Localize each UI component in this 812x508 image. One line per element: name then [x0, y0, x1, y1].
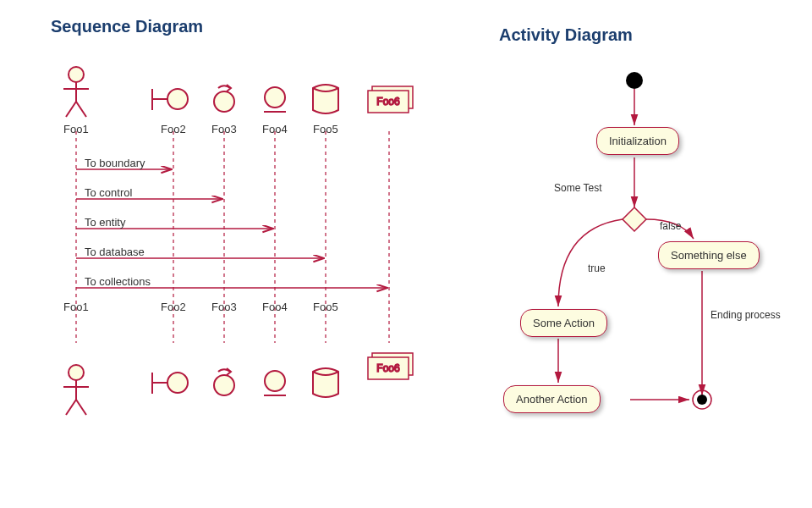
control-icon-bottom — [214, 368, 234, 395]
boundary-icon — [152, 89, 188, 110]
participant-label-bottom: Foo5 — [313, 301, 338, 313]
svg-point-34 — [265, 371, 285, 391]
svg-point-33 — [214, 375, 234, 395]
participant-label-bottom: Foo1 — [63, 301, 89, 313]
svg-text:Foo6: Foo6 — [376, 96, 400, 108]
participant-label: Foo5 — [313, 123, 338, 135]
message-label: To boundary — [85, 157, 145, 169]
actor-icon — [63, 67, 89, 117]
entity-icon-bottom — [264, 371, 286, 395]
participant-label: Foo2 — [161, 123, 186, 135]
svg-text:Foo6: Foo6 — [376, 362, 400, 374]
svg-point-13 — [167, 89, 188, 109]
decision-label: Some Test — [554, 182, 601, 194]
svg-line-9 — [66, 102, 76, 117]
svg-line-10 — [76, 102, 86, 117]
activity-node-some-action: Some Action — [520, 309, 607, 337]
svg-point-6 — [69, 67, 84, 82]
participant-label: Foo4 — [262, 123, 288, 135]
collections-icon: Foo6 — [368, 86, 413, 113]
message-label: To entity — [85, 216, 125, 229]
message-label: To database — [85, 246, 145, 258]
ending-process-label: Ending process — [710, 309, 781, 321]
control-icon — [214, 85, 234, 112]
actor-icon-bottom — [63, 365, 89, 415]
participant-label-bottom: Foo4 — [262, 301, 288, 313]
svg-line-28 — [66, 400, 76, 415]
collections-icon-bottom: Foo6 — [368, 353, 413, 379]
decision-icon — [623, 207, 646, 231]
message-label: To collections — [85, 275, 151, 288]
svg-line-29 — [76, 400, 86, 415]
activity-title: Activity Diagram — [499, 25, 633, 45]
start-node-icon — [626, 72, 643, 89]
svg-point-14 — [214, 91, 234, 112]
branch-true-label: true — [588, 262, 606, 274]
participant-label-bottom: Foo2 — [161, 301, 186, 313]
participant-label: Foo3 — [211, 123, 237, 135]
svg-point-45 — [697, 395, 707, 405]
activity-node-something-else: Something else — [658, 241, 760, 269]
participant-label: Foo1 — [63, 123, 89, 135]
branch-false-label: false — [660, 220, 681, 232]
activity-node-init: Initialization — [596, 127, 679, 155]
activity-node-another-action: Another Action — [503, 385, 601, 413]
database-icon — [313, 85, 338, 113]
participant-label-bottom: Foo3 — [211, 301, 237, 313]
database-icon-bottom — [313, 368, 338, 397]
svg-point-15 — [265, 87, 285, 108]
message-label: To control — [85, 186, 132, 199]
sequence-title: Sequence Diagram — [51, 17, 203, 36]
svg-point-32 — [167, 373, 188, 393]
boundary-icon-bottom — [152, 373, 188, 394]
entity-icon — [264, 87, 286, 112]
svg-point-25 — [69, 365, 84, 380]
